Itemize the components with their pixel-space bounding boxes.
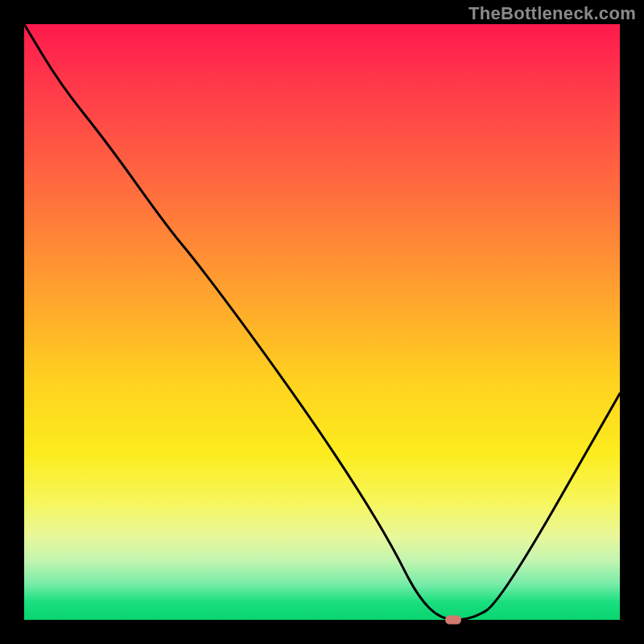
chart-frame: TheBottleneck.com [0,0,644,644]
watermark-text: TheBottleneck.com [469,3,636,24]
bottleneck-curve [24,24,620,620]
plot-area [24,24,620,620]
optimal-marker [445,616,461,625]
